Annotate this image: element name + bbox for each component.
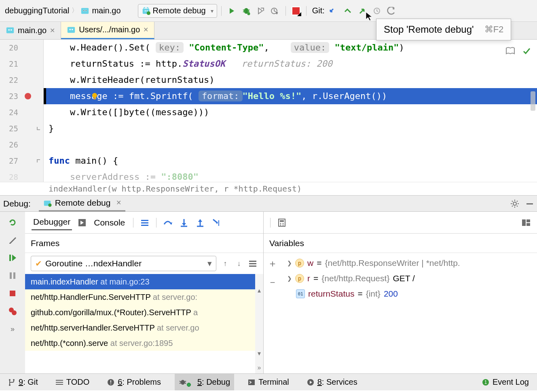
svg-rect-63 xyxy=(522,219,526,226)
run-button[interactable] xyxy=(226,5,238,17)
goroutine-selector[interactable]: ✔ Goroutine …ndexHandler ▾ xyxy=(31,256,216,271)
calculator-icon[interactable] xyxy=(278,218,286,227)
prev-frame-button[interactable]: ↑ xyxy=(220,259,230,268)
debug-session-tab[interactable]: Remote debug ✕ xyxy=(39,196,126,212)
frame-row[interactable]: net/http.serverHandler.ServeHTTP at serv… xyxy=(25,320,263,335)
modify-run-config-button[interactable] xyxy=(7,234,18,246)
intention-bulb-icon[interactable] xyxy=(91,92,99,100)
frames-list[interactable]: main.indexHandler at main.go:23 net/http… xyxy=(25,274,263,373)
breakpoint-icon[interactable] xyxy=(25,93,31,99)
status-problems[interactable]: 6: Problems xyxy=(103,374,165,390)
code-area[interactable]: w.Header().Set( key: "Content-Type", val… xyxy=(44,40,537,182)
line-number: 26 xyxy=(4,140,18,149)
resume-button[interactable] xyxy=(7,252,18,263)
project-name: debuggingTutorial xyxy=(5,6,69,15)
gear-icon[interactable] xyxy=(510,199,519,208)
tab-users-main-go[interactable]: Users/.../main.go ✕ xyxy=(61,21,154,39)
svg-rect-56 xyxy=(249,266,256,267)
tooltip-shortcut: ⌘F2 xyxy=(484,24,504,35)
tooltip-text: Stop 'Remote debug' xyxy=(384,24,474,35)
step-out-icon[interactable] xyxy=(195,218,205,228)
inspections-ok-icon[interactable] xyxy=(522,47,531,55)
variable-row[interactable]: 01 returnStatus = {int} 200 xyxy=(281,286,537,301)
list-icon xyxy=(56,379,63,385)
layout-icon[interactable] xyxy=(522,219,531,226)
view-breakpoints-button[interactable] xyxy=(7,306,18,317)
tab-main-go[interactable]: main.go ✕ xyxy=(0,21,61,39)
svg-rect-58 xyxy=(280,220,284,222)
more-icon[interactable]: » xyxy=(7,323,18,335)
status-services[interactable]: 8: Services xyxy=(303,374,362,390)
status-debug[interactable]: 5: Debug xyxy=(175,374,234,390)
expand-icon[interactable]: ❯ xyxy=(287,260,292,266)
git-commit-button[interactable] xyxy=(342,5,354,17)
tab-console[interactable]: Console xyxy=(92,215,127,230)
svg-point-24 xyxy=(92,93,97,98)
frame-row[interactable]: main.indexHandler at main.go:23 xyxy=(25,274,263,289)
frame-row[interactable]: net/http.HandlerFunc.ServeHTTP at server… xyxy=(25,289,263,305)
stop-tooltip: Stop 'Remote debug' ⌘F2 xyxy=(376,19,511,40)
threads-icon[interactable] xyxy=(140,218,150,228)
debug-side-toolbar: » xyxy=(0,212,25,373)
svg-rect-69 xyxy=(56,380,63,381)
run-config-selector[interactable]: Remote debug ▾ xyxy=(138,4,217,18)
run-to-cursor-icon[interactable] xyxy=(211,218,221,228)
stop-button[interactable] xyxy=(290,5,302,17)
frames-menu-icon[interactable] xyxy=(248,259,258,268)
new-watch-button[interactable]: ＋ xyxy=(268,257,277,270)
svg-point-28 xyxy=(513,202,516,205)
code-line: w.Write([]byte((message))) xyxy=(44,104,537,120)
debug-button[interactable] xyxy=(240,5,252,17)
git-update-button[interactable] xyxy=(327,5,339,17)
svg-rect-55 xyxy=(249,263,256,264)
profile-button[interactable]: ▾ xyxy=(269,5,281,17)
remove-watch-button[interactable]: － xyxy=(268,276,277,289)
pause-button[interactable] xyxy=(7,270,18,281)
reader-mode-icon[interactable] xyxy=(505,47,515,55)
status-git[interactable]: 9: Git xyxy=(4,374,42,390)
status-terminal[interactable]: Terminal xyxy=(244,374,293,390)
warning-icon xyxy=(107,379,114,386)
variable-row[interactable]: ❯ p r = {net/http.Request} GET / xyxy=(281,271,537,286)
fold-start-icon[interactable] xyxy=(36,158,42,164)
svg-rect-47 xyxy=(141,222,148,223)
scroll-up-icon[interactable]: ▴ xyxy=(255,286,263,294)
minimize-icon[interactable] xyxy=(526,200,534,208)
svg-point-27 xyxy=(48,203,51,207)
svg-rect-40 xyxy=(10,272,12,279)
status-eventlog[interactable]: 1 Event Log xyxy=(478,374,533,390)
breadcrumb[interactable]: debuggingTutorial 〉 main.go xyxy=(2,6,123,15)
close-icon[interactable]: ✕ xyxy=(143,26,148,34)
code-editor[interactable]: 20 21 22 23 24 25 26 27 28 w.Header().Se… xyxy=(0,40,537,182)
more-icon[interactable]: » xyxy=(255,364,263,372)
event-log-icon: 1 xyxy=(482,379,489,386)
next-frame-button[interactable]: ↓ xyxy=(234,259,244,268)
coverage-button[interactable] xyxy=(255,5,267,17)
editor-breadcrumb[interactable]: indexHandler(w http.ResponseWriter, r *h… xyxy=(0,182,537,196)
git-rollback-button[interactable] xyxy=(385,5,397,17)
variables-tree[interactable]: ❯ p w = {net/http.ResponseWriter | *net/… xyxy=(281,253,537,304)
variable-row[interactable]: ❯ p w = {net/http.ResponseWriter | *net/… xyxy=(281,255,537,271)
expand-icon[interactable]: ❯ xyxy=(287,275,292,282)
services-icon xyxy=(307,379,314,386)
scroll-down-icon[interactable]: ▾ xyxy=(255,349,263,357)
frames-scrollbar[interactable]: ▴ ▾ » xyxy=(255,274,263,373)
close-icon[interactable]: ✕ xyxy=(50,27,55,34)
step-into-icon[interactable] xyxy=(179,218,189,228)
tab-debugger[interactable]: Debugger xyxy=(32,215,72,230)
frames-header: Frames xyxy=(25,234,263,253)
svg-line-76 xyxy=(180,381,181,382)
debug-left-pane: Debugger Console Frames ✔ Goroutine …nde… xyxy=(25,212,264,373)
gutter[interactable]: 20 21 22 23 24 25 26 27 28 xyxy=(0,40,44,182)
status-bar: 9: Git TODO 6: Problems 5: Debug Termina… xyxy=(0,373,537,390)
status-label: TODO xyxy=(66,377,89,387)
frame-row[interactable]: github.com/gorilla/mux.(*Router).ServeHT… xyxy=(25,305,263,320)
frame-row[interactable]: net/http.(*conn).serve at server.go:1895 xyxy=(25,335,263,351)
step-over-icon[interactable] xyxy=(163,218,173,228)
rerun-button[interactable] xyxy=(7,217,18,228)
fold-end-icon[interactable] xyxy=(36,126,42,131)
debug-label: Debug: xyxy=(3,199,31,209)
stop-session-button[interactable] xyxy=(7,288,18,299)
close-icon[interactable]: ✕ xyxy=(116,199,121,207)
status-todo[interactable]: TODO xyxy=(52,374,93,390)
